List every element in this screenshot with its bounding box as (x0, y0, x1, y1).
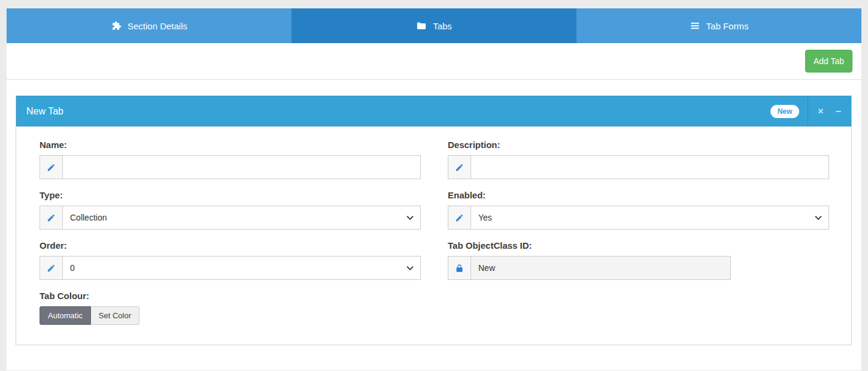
list-icon (690, 20, 700, 31)
panel-body: Name: Type: (16, 126, 851, 345)
panel-header: New Tab New × − (16, 96, 851, 126)
section-tab-bar: Section Details Tabs Tab Forms (7, 8, 861, 43)
pencil-icon (40, 206, 62, 230)
pencil-icon (448, 155, 471, 179)
tab-label: Section Details (128, 21, 187, 31)
tab-section-details[interactable]: Section Details (7, 8, 292, 43)
tab-colour-field-group: Tab Colour: Automatic Set Color (40, 291, 421, 325)
type-select[interactable]: Collection (62, 206, 421, 230)
collapse-icon[interactable]: − (836, 107, 841, 116)
enabled-select[interactable]: Yes (471, 206, 829, 230)
objectclass-label: Tab ObjectClass ID: (448, 240, 829, 251)
tab-colour-label: Tab Colour: (40, 291, 421, 301)
tab-tab-forms[interactable]: Tab Forms (576, 8, 861, 43)
new-tab-panel: New Tab New × − Name: (16, 95, 852, 345)
folder-icon (416, 20, 427, 31)
toolbar: Add Tab (7, 43, 861, 80)
tab-label: Tab Forms (706, 21, 749, 31)
objectclass-input (471, 256, 731, 280)
set-color-button[interactable]: Set Color (91, 306, 139, 325)
content-card: Add Tab New Tab New × − (7, 43, 861, 370)
puzzle-icon (111, 20, 122, 31)
pencil-icon (40, 155, 62, 179)
objectclass-field-group: Tab ObjectClass ID: (448, 240, 829, 280)
description-label: Description: (448, 140, 829, 150)
close-icon[interactable]: × (818, 107, 823, 116)
new-badge: New (770, 105, 800, 118)
description-input[interactable] (471, 155, 829, 179)
tab-colour-toggle: Automatic Set Color (40, 306, 139, 325)
description-field-group: Description: (448, 140, 829, 179)
name-input[interactable] (62, 155, 421, 179)
order-select[interactable]: 0 (62, 256, 421, 280)
panel-header-tools: × − (808, 96, 851, 126)
name-field-group: Name: (40, 140, 421, 179)
panel-title: New Tab (17, 106, 770, 117)
panel-area: New Tab New × − Name: (7, 80, 861, 370)
tab-label: Tabs (433, 21, 452, 31)
name-label: Name: (40, 140, 421, 150)
type-field-group: Type: Collection (40, 190, 421, 230)
enabled-label: Enabled: (448, 190, 829, 200)
enabled-field-group: Enabled: Yes (448, 190, 829, 230)
add-tab-button[interactable]: Add Tab (805, 50, 852, 73)
lock-icon (448, 256, 471, 280)
type-label: Type: (40, 190, 421, 200)
order-field-group: Order: 0 (40, 240, 421, 280)
main-container: Section Details Tabs Tab Forms Add Tab N… (7, 8, 861, 370)
order-label: Order: (40, 240, 421, 251)
pencil-icon (40, 256, 62, 280)
form-left-column: Name: Type: (40, 140, 421, 325)
form-right-column: Description: Enabled: (448, 140, 829, 325)
pencil-icon (448, 206, 471, 230)
tab-tabs[interactable]: Tabs (292, 8, 576, 43)
automatic-button[interactable]: Automatic (40, 306, 91, 325)
